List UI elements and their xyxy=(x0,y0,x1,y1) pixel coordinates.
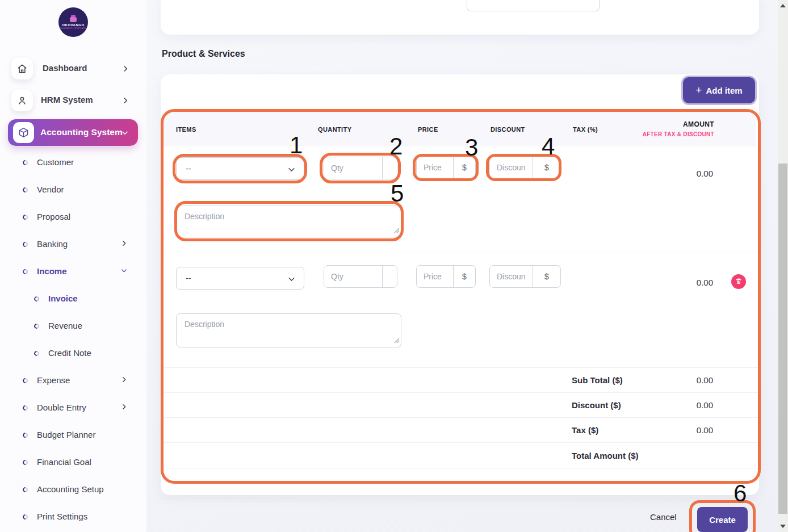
dot-ring-icon xyxy=(33,350,40,357)
chevron-down-icon xyxy=(120,267,128,275)
col-header-price: PRICE xyxy=(418,126,438,133)
sidebar-item-label: HRM System xyxy=(41,95,93,104)
dot-ring-icon xyxy=(22,241,29,248)
chevron-right-icon xyxy=(121,65,129,73)
discount-currency-addon-row1: $ xyxy=(533,157,560,178)
upper-form-card xyxy=(161,0,759,35)
discount-input-group-row2: $ xyxy=(489,265,561,288)
sidebar-item-double-entry[interactable]: Double Entry xyxy=(0,394,146,421)
sidebar-item-label: Dashboard xyxy=(43,63,87,73)
brand-name: OKOVANGO xyxy=(62,23,84,27)
sidebar-item-accounting-system[interactable]: Accounting System xyxy=(8,119,138,146)
dot-ring-icon xyxy=(22,186,29,194)
quantity-addon-row1 xyxy=(382,157,397,179)
brand-logo[interactable]: OKOVANGO BUSINESS TEMPLATE xyxy=(58,7,88,37)
dot-ring-icon xyxy=(22,159,29,166)
invoice-create-page: OKOVANGO BUSINESS TEMPLATE Dashboard HRM… xyxy=(0,0,788,532)
sidebar-item-income[interactable]: Income xyxy=(0,258,146,285)
description-textarea-row1[interactable] xyxy=(176,206,401,237)
row-divider xyxy=(161,253,758,253)
brand-tagline: BUSINESS TEMPLATE xyxy=(60,27,86,30)
sidebar-item-accounting-setup[interactable]: Accounting Setup xyxy=(0,476,146,503)
discount-input-group-row1: $ xyxy=(489,156,561,179)
scroll-down-arrow-icon[interactable] xyxy=(780,525,786,528)
sidebar-item-hrm-system[interactable]: HRM System xyxy=(0,87,146,115)
description-field-row2 xyxy=(176,313,401,347)
sidebar-item-invoice[interactable]: Invoice xyxy=(0,285,146,312)
add-item-button[interactable]: + Add item xyxy=(683,77,755,103)
price-input-row1[interactable] xyxy=(417,157,453,178)
amount-value-row1: 0.00 xyxy=(653,169,713,178)
sidebar-item-print-settings[interactable]: Print Settings xyxy=(0,503,146,530)
hippo-logo-icon xyxy=(69,15,78,22)
cropped-input[interactable] xyxy=(467,0,600,11)
sidebar: OKOVANGO BUSINESS TEMPLATE Dashboard HRM… xyxy=(0,0,146,532)
add-item-label: Add item xyxy=(706,86,742,95)
chevron-down-icon xyxy=(121,129,129,137)
quantity-input-group-row1 xyxy=(324,157,397,179)
tax-total-value: 0.00 xyxy=(653,425,713,435)
quantity-input-row2[interactable] xyxy=(324,266,382,287)
chevron-down-icon xyxy=(287,275,296,286)
discount-input-row1[interactable] xyxy=(490,157,533,178)
price-input-group-row1: $ xyxy=(416,156,476,179)
chevron-right-icon xyxy=(120,240,128,248)
dot-ring-icon xyxy=(22,268,29,275)
totals-divider xyxy=(161,417,758,418)
quantity-addon-row2 xyxy=(382,266,397,287)
amount-value-row2: 0.00 xyxy=(653,278,713,287)
totals-divider xyxy=(161,392,758,393)
quantity-input-row1[interactable] xyxy=(324,157,382,179)
dot-ring-icon xyxy=(22,404,29,412)
col-header-amount-group: AMOUNT AFTER TAX & DISCOUNT xyxy=(624,120,714,137)
dot-ring-icon xyxy=(22,213,29,221)
sidebar-item-customer[interactable]: Customer xyxy=(0,149,146,176)
quantity-input-group-row2 xyxy=(324,265,397,288)
delete-row-button[interactable] xyxy=(731,274,746,289)
sidebar-item-credit-note[interactable]: Credit Note xyxy=(0,340,146,367)
chevron-right-icon xyxy=(120,376,128,384)
col-header-amount: AMOUNT xyxy=(624,120,714,128)
plus-icon: + xyxy=(695,84,702,97)
col-header-items: ITEMS xyxy=(176,126,196,133)
dot-ring-icon xyxy=(22,459,29,466)
cube-icon xyxy=(13,122,34,143)
price-currency-addon-row2: $ xyxy=(453,266,475,287)
dot-ring-icon xyxy=(22,377,29,384)
items-select-row1[interactable]: -- xyxy=(176,157,304,180)
dot-ring-icon xyxy=(33,322,40,330)
sidebar-item-banking[interactable]: Banking xyxy=(0,231,146,258)
dot-ring-icon xyxy=(22,486,29,493)
sidebar-item-expense[interactable]: Expense xyxy=(0,367,146,394)
sidebar-item-label: Accounting System xyxy=(40,127,123,137)
sidebar-item-revenue[interactable]: Revenue xyxy=(0,312,146,340)
tax-total-label: Tax ($) xyxy=(572,425,598,435)
dot-ring-icon xyxy=(22,432,29,439)
scroll-up-arrow-icon[interactable] xyxy=(780,4,786,7)
col-header-amount-subtitle: AFTER TAX & DISCOUNT xyxy=(624,131,714,137)
sidebar-menu: Customer Vendor Proposal Banking Income … xyxy=(0,149,146,530)
footer-divider xyxy=(161,499,759,499)
scrollbar-thumb[interactable] xyxy=(778,164,787,514)
create-button[interactable]: Create xyxy=(697,507,748,532)
cancel-button[interactable]: Cancel xyxy=(650,512,677,522)
chevron-down-icon xyxy=(287,165,296,176)
sidebar-item-vendor[interactable]: Vendor xyxy=(0,176,146,203)
dot-ring-icon xyxy=(22,513,29,521)
price-input-group-row2: $ xyxy=(416,265,476,288)
price-currency-addon-row1: $ xyxy=(453,157,475,178)
sidebar-item-financial-goal[interactable]: Financial Goal xyxy=(0,449,146,476)
sidebar-item-proposal[interactable]: Proposal xyxy=(0,203,146,231)
dot-ring-icon xyxy=(33,295,40,303)
discount-input-row2[interactable] xyxy=(490,266,533,287)
description-field-row1 xyxy=(176,206,401,237)
items-select-row2[interactable]: -- xyxy=(176,267,304,290)
sidebar-item-dashboard[interactable]: Dashboard xyxy=(0,56,146,83)
person-icon xyxy=(11,90,33,111)
page-title: Product & Services xyxy=(162,49,245,59)
home-icon xyxy=(11,58,33,79)
sidebar-item-budget-planner[interactable]: Budget Planner xyxy=(0,421,146,449)
description-textarea-row2[interactable] xyxy=(176,313,401,347)
discount-currency-addon-row2: $ xyxy=(533,266,560,287)
price-input-row2[interactable] xyxy=(417,266,453,287)
